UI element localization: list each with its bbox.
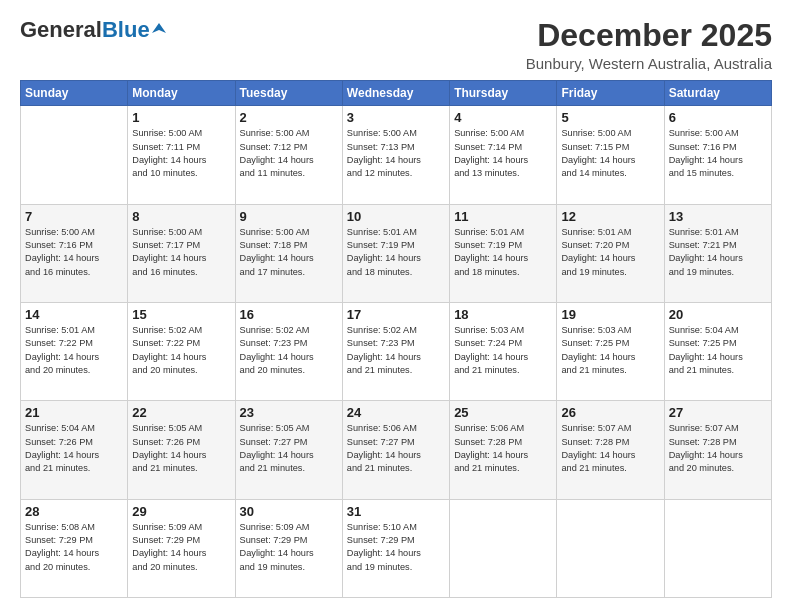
- table-row: 3Sunrise: 5:00 AM Sunset: 7:13 PM Daylig…: [342, 106, 449, 204]
- day-info: Sunrise: 5:08 AM Sunset: 7:29 PM Dayligh…: [25, 521, 123, 574]
- table-row: 15Sunrise: 5:02 AM Sunset: 7:22 PM Dayli…: [128, 302, 235, 400]
- col-sunday: Sunday: [21, 81, 128, 106]
- table-row: 19Sunrise: 5:03 AM Sunset: 7:25 PM Dayli…: [557, 302, 664, 400]
- location-title: Bunbury, Western Australia, Australia: [526, 55, 772, 72]
- table-row: 27Sunrise: 5:07 AM Sunset: 7:28 PM Dayli…: [664, 401, 771, 499]
- table-row: 8Sunrise: 5:00 AM Sunset: 7:17 PM Daylig…: [128, 204, 235, 302]
- table-row: [557, 499, 664, 597]
- day-number: 16: [240, 307, 338, 322]
- day-number: 9: [240, 209, 338, 224]
- table-row: 4Sunrise: 5:00 AM Sunset: 7:14 PM Daylig…: [450, 106, 557, 204]
- day-info: Sunrise: 5:00 AM Sunset: 7:16 PM Dayligh…: [669, 127, 767, 180]
- col-saturday: Saturday: [664, 81, 771, 106]
- day-number: 27: [669, 405, 767, 420]
- day-number: 2: [240, 110, 338, 125]
- table-row: 21Sunrise: 5:04 AM Sunset: 7:26 PM Dayli…: [21, 401, 128, 499]
- logo-general: General: [20, 17, 102, 42]
- day-number: 8: [132, 209, 230, 224]
- table-row: 9Sunrise: 5:00 AM Sunset: 7:18 PM Daylig…: [235, 204, 342, 302]
- day-number: 25: [454, 405, 552, 420]
- day-number: 7: [25, 209, 123, 224]
- table-row: 25Sunrise: 5:06 AM Sunset: 7:28 PM Dayli…: [450, 401, 557, 499]
- day-info: Sunrise: 5:01 AM Sunset: 7:19 PM Dayligh…: [454, 226, 552, 279]
- day-info: Sunrise: 5:02 AM Sunset: 7:23 PM Dayligh…: [347, 324, 445, 377]
- calendar-header-row: Sunday Monday Tuesday Wednesday Thursday…: [21, 81, 772, 106]
- day-info: Sunrise: 5:00 AM Sunset: 7:13 PM Dayligh…: [347, 127, 445, 180]
- day-number: 22: [132, 405, 230, 420]
- day-info: Sunrise: 5:01 AM Sunset: 7:21 PM Dayligh…: [669, 226, 767, 279]
- logo: GeneralBlue: [20, 18, 166, 42]
- day-info: Sunrise: 5:00 AM Sunset: 7:12 PM Dayligh…: [240, 127, 338, 180]
- day-info: Sunrise: 5:05 AM Sunset: 7:27 PM Dayligh…: [240, 422, 338, 475]
- day-number: 15: [132, 307, 230, 322]
- day-number: 19: [561, 307, 659, 322]
- day-info: Sunrise: 5:09 AM Sunset: 7:29 PM Dayligh…: [132, 521, 230, 574]
- day-number: 28: [25, 504, 123, 519]
- title-block: December 2025 Bunbury, Western Australia…: [526, 18, 772, 72]
- col-tuesday: Tuesday: [235, 81, 342, 106]
- table-row: [664, 499, 771, 597]
- header: GeneralBlue December 2025 Bunbury, Weste…: [20, 18, 772, 72]
- col-thursday: Thursday: [450, 81, 557, 106]
- day-info: Sunrise: 5:09 AM Sunset: 7:29 PM Dayligh…: [240, 521, 338, 574]
- table-row: 13Sunrise: 5:01 AM Sunset: 7:21 PM Dayli…: [664, 204, 771, 302]
- table-row: 29Sunrise: 5:09 AM Sunset: 7:29 PM Dayli…: [128, 499, 235, 597]
- day-info: Sunrise: 5:02 AM Sunset: 7:23 PM Dayligh…: [240, 324, 338, 377]
- day-info: Sunrise: 5:00 AM Sunset: 7:17 PM Dayligh…: [132, 226, 230, 279]
- day-number: 5: [561, 110, 659, 125]
- day-number: 24: [347, 405, 445, 420]
- day-info: Sunrise: 5:01 AM Sunset: 7:20 PM Dayligh…: [561, 226, 659, 279]
- logo-bird-icon: [152, 21, 166, 35]
- calendar-week-row: 28Sunrise: 5:08 AM Sunset: 7:29 PM Dayli…: [21, 499, 772, 597]
- day-number: 20: [669, 307, 767, 322]
- day-number: 29: [132, 504, 230, 519]
- day-info: Sunrise: 5:05 AM Sunset: 7:26 PM Dayligh…: [132, 422, 230, 475]
- table-row: 6Sunrise: 5:00 AM Sunset: 7:16 PM Daylig…: [664, 106, 771, 204]
- table-row: 24Sunrise: 5:06 AM Sunset: 7:27 PM Dayli…: [342, 401, 449, 499]
- day-number: 14: [25, 307, 123, 322]
- table-row: 22Sunrise: 5:05 AM Sunset: 7:26 PM Dayli…: [128, 401, 235, 499]
- day-info: Sunrise: 5:01 AM Sunset: 7:19 PM Dayligh…: [347, 226, 445, 279]
- calendar-week-row: 14Sunrise: 5:01 AM Sunset: 7:22 PM Dayli…: [21, 302, 772, 400]
- table-row: 26Sunrise: 5:07 AM Sunset: 7:28 PM Dayli…: [557, 401, 664, 499]
- month-title: December 2025: [526, 18, 772, 53]
- table-row: 12Sunrise: 5:01 AM Sunset: 7:20 PM Dayli…: [557, 204, 664, 302]
- day-info: Sunrise: 5:00 AM Sunset: 7:16 PM Dayligh…: [25, 226, 123, 279]
- day-info: Sunrise: 5:00 AM Sunset: 7:15 PM Dayligh…: [561, 127, 659, 180]
- day-number: 31: [347, 504, 445, 519]
- day-info: Sunrise: 5:02 AM Sunset: 7:22 PM Dayligh…: [132, 324, 230, 377]
- logo-blue: Blue: [102, 17, 150, 42]
- day-info: Sunrise: 5:03 AM Sunset: 7:25 PM Dayligh…: [561, 324, 659, 377]
- table-row: 18Sunrise: 5:03 AM Sunset: 7:24 PM Dayli…: [450, 302, 557, 400]
- col-monday: Monday: [128, 81, 235, 106]
- table-row: 30Sunrise: 5:09 AM Sunset: 7:29 PM Dayli…: [235, 499, 342, 597]
- table-row: [21, 106, 128, 204]
- table-row: 11Sunrise: 5:01 AM Sunset: 7:19 PM Dayli…: [450, 204, 557, 302]
- day-number: 21: [25, 405, 123, 420]
- table-row: 10Sunrise: 5:01 AM Sunset: 7:19 PM Dayli…: [342, 204, 449, 302]
- day-number: 11: [454, 209, 552, 224]
- table-row: 2Sunrise: 5:00 AM Sunset: 7:12 PM Daylig…: [235, 106, 342, 204]
- day-info: Sunrise: 5:07 AM Sunset: 7:28 PM Dayligh…: [561, 422, 659, 475]
- day-number: 13: [669, 209, 767, 224]
- calendar-table: Sunday Monday Tuesday Wednesday Thursday…: [20, 80, 772, 598]
- day-info: Sunrise: 5:00 AM Sunset: 7:18 PM Dayligh…: [240, 226, 338, 279]
- day-number: 12: [561, 209, 659, 224]
- table-row: 5Sunrise: 5:00 AM Sunset: 7:15 PM Daylig…: [557, 106, 664, 204]
- table-row: [450, 499, 557, 597]
- day-info: Sunrise: 5:03 AM Sunset: 7:24 PM Dayligh…: [454, 324, 552, 377]
- col-friday: Friday: [557, 81, 664, 106]
- table-row: 14Sunrise: 5:01 AM Sunset: 7:22 PM Dayli…: [21, 302, 128, 400]
- day-info: Sunrise: 5:00 AM Sunset: 7:14 PM Dayligh…: [454, 127, 552, 180]
- day-info: Sunrise: 5:07 AM Sunset: 7:28 PM Dayligh…: [669, 422, 767, 475]
- table-row: 16Sunrise: 5:02 AM Sunset: 7:23 PM Dayli…: [235, 302, 342, 400]
- day-number: 30: [240, 504, 338, 519]
- day-info: Sunrise: 5:04 AM Sunset: 7:26 PM Dayligh…: [25, 422, 123, 475]
- table-row: 17Sunrise: 5:02 AM Sunset: 7:23 PM Dayli…: [342, 302, 449, 400]
- calendar-week-row: 7Sunrise: 5:00 AM Sunset: 7:16 PM Daylig…: [21, 204, 772, 302]
- col-wednesday: Wednesday: [342, 81, 449, 106]
- day-number: 3: [347, 110, 445, 125]
- day-info: Sunrise: 5:01 AM Sunset: 7:22 PM Dayligh…: [25, 324, 123, 377]
- day-info: Sunrise: 5:04 AM Sunset: 7:25 PM Dayligh…: [669, 324, 767, 377]
- day-number: 23: [240, 405, 338, 420]
